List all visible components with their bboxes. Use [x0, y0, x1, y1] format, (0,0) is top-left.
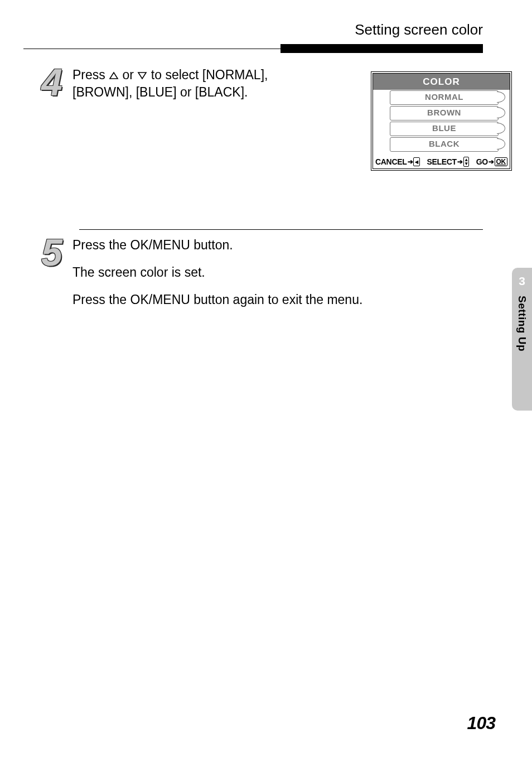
arrow-right-icon: ➔ — [489, 158, 494, 166]
screen-title: COLOR — [373, 74, 510, 90]
page-title: Setting screen color — [45, 21, 503, 38]
menu-item-normal: NORMAL — [373, 90, 510, 105]
arrow-right-icon: ➔ — [408, 158, 413, 166]
step-5-text: Press the OK/MENU button. The screen col… — [72, 233, 503, 319]
chevron-right-icon — [499, 137, 506, 152]
screen-hints: CANCEL➔◂ SELECT➔▴▾ GO➔OK — [373, 155, 510, 168]
menu-item-black: BLACK — [373, 137, 510, 152]
step-number-4: 4 — [41, 63, 72, 101]
lcd-screen: COLOR NORMAL BROWN BLUE BLACK — [371, 71, 512, 171]
triangle-up-icon — [109, 71, 119, 80]
step4-press: Press — [72, 67, 109, 82]
hint-go-label: GO — [476, 157, 488, 166]
chevron-right-icon — [499, 121, 506, 137]
chapter-label: Setting Up — [516, 296, 528, 351]
menu-item-label: NORMAL — [390, 90, 499, 105]
step-5: 5 Press the OK/MENU button. The screen c… — [45, 233, 503, 319]
step4-or: or — [119, 67, 137, 82]
svg-marker-1 — [138, 73, 146, 79]
ok-key-icon: OK — [495, 157, 507, 166]
triangle-down-icon — [137, 71, 147, 80]
menu-item-blue: BLUE — [373, 121, 510, 137]
menu-item-label: BLACK — [390, 137, 499, 152]
menu-item-label: BROWN — [390, 106, 499, 120]
step5-line2: The screen color is set. — [72, 264, 503, 281]
chapter-tab: 3 Setting Up — [512, 268, 532, 411]
header-bar — [280, 44, 483, 53]
hint-select: SELECT➔▴▾ — [427, 157, 469, 167]
step5-line1: Press the OK/MENU button. — [72, 237, 503, 254]
updown-key-icon: ▴▾ — [463, 157, 470, 167]
chevron-right-icon — [499, 105, 506, 121]
page-number: 103 — [467, 713, 495, 734]
left-key-icon: ◂ — [413, 157, 420, 166]
arrow-right-icon: ➔ — [457, 158, 463, 166]
chevron-right-icon — [499, 90, 506, 105]
hint-select-label: SELECT — [427, 157, 456, 166]
step-divider — [79, 229, 483, 230]
hint-cancel-label: CANCEL — [375, 157, 407, 166]
step-4-text: Press or to select [NORMAL], [BROWN], [B… — [72, 63, 307, 101]
step-number-5: 5 — [41, 233, 72, 271]
chapter-number: 3 — [519, 274, 525, 288]
hint-go: GO➔OK — [476, 157, 507, 166]
step5-line3: Press the OK/MENU button again to exit t… — [72, 291, 503, 308]
header-rule-row — [45, 44, 503, 53]
menu-item-brown: BROWN — [373, 105, 510, 121]
svg-marker-0 — [110, 73, 118, 79]
menu-item-label: BLUE — [390, 122, 499, 136]
hint-cancel: CANCEL➔◂ — [375, 157, 420, 166]
